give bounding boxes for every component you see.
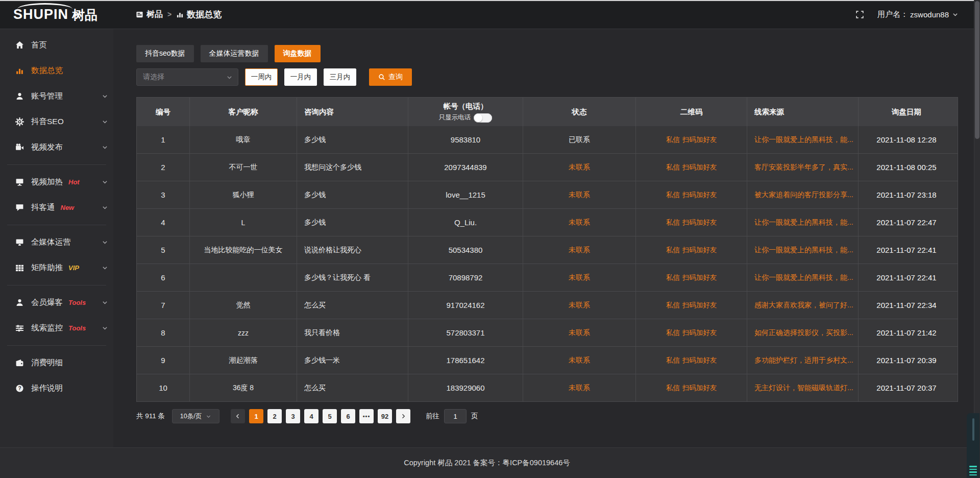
private-message-link[interactable]: 私信 [666, 218, 680, 227]
chevron-down-icon [206, 414, 211, 419]
home-icon [14, 41, 24, 50]
breadcrumb-current[interactable]: 数据总览 [176, 9, 222, 20]
chevron-down-icon [102, 179, 108, 185]
scan-add-friend-link[interactable]: 扫码加好友 [682, 135, 717, 145]
lead-source-link[interactable]: 客厅安装投影半年多了，真实... [754, 163, 853, 172]
lead-source-link[interactable]: 让你一眼就爱上的黑科技，能... [754, 273, 853, 282]
lead-source-link[interactable]: 如何正确选择投影仪，买投影... [754, 328, 853, 338]
cell-date: 2021-11-07 22:34 [859, 292, 954, 319]
private-message-link[interactable]: 私信 [666, 301, 680, 310]
scan-add-friend-link[interactable]: 扫码加好友 [682, 384, 717, 393]
username-label: 用户名： [877, 10, 908, 19]
chevron-down-icon [102, 118, 108, 125]
cell-nickname: 哦章 [190, 126, 297, 153]
cell-date: 2021-11-08 12:28 [859, 126, 954, 153]
tab-全媒体运营数据[interactable]: 全媒体运营数据 [201, 45, 268, 62]
scan-add-friend-link[interactable]: 扫码加好友 [682, 190, 717, 200]
sidebar-item-抖音SEO[interactable]: 抖音SEO [0, 109, 113, 134]
lead-source-link[interactable]: 被大家追着问的客厅投影分享... [754, 190, 853, 200]
sidebar-item-视频加热[interactable]: 视频加热Hot [0, 169, 113, 195]
date-range-group: 一周内一月内三月内 [245, 68, 356, 86]
sidebar-item-矩阵助推[interactable]: 矩阵助推VIP [0, 255, 113, 280]
scan-add-friend-link[interactable]: 扫码加好友 [682, 246, 717, 255]
scan-add-friend-link[interactable]: 扫码加好友 [682, 328, 717, 338]
scan-add-friend-link[interactable]: 扫码加好友 [682, 301, 717, 310]
cell-date: 2021-11-07 20:37 [859, 374, 954, 401]
private-message-link[interactable]: 私信 [666, 246, 680, 255]
scan-add-friend-link[interactable]: 扫码加好友 [682, 273, 717, 282]
account-select[interactable]: 请选择 [136, 68, 238, 86]
page-button-4[interactable]: 4 [304, 409, 318, 423]
sidebar-item-抖客通[interactable]: 抖客通New [0, 195, 113, 220]
lead-source-link[interactable]: 让你一眼就爱上的黑科技，能... [754, 135, 853, 145]
cell-status: 未联系 [523, 319, 636, 346]
page-button-2[interactable]: 2 [267, 409, 282, 423]
page-button-6[interactable]: 6 [341, 409, 355, 423]
chevron-down-icon [102, 239, 108, 246]
scan-add-friend-link[interactable]: 扫码加好友 [682, 163, 717, 172]
private-message-link[interactable]: 私信 [666, 384, 680, 393]
cell-account: 70898792 [408, 264, 523, 291]
search-button[interactable]: 查询 [369, 68, 412, 86]
range-button-三月内[interactable]: 三月内 [324, 68, 356, 86]
page-size-select[interactable]: 10条/页 [172, 409, 219, 423]
cell-status: 已联系 [523, 126, 636, 153]
lead-source-link[interactable]: 多功能护栏灯，适用于乡村文... [754, 356, 853, 365]
prev-page-button[interactable] [231, 409, 245, 423]
fullscreen-icon[interactable] [855, 10, 864, 19]
chevron-right-icon [400, 413, 406, 419]
page-button-3[interactable]: 3 [286, 409, 300, 423]
sidebar-item-操作说明[interactable]: ?操作说明 [0, 375, 113, 401]
private-message-link[interactable]: 私信 [666, 273, 680, 282]
logo-text-cn: 树品 [72, 9, 97, 21]
sidebar-item-label: 账号管理 [31, 91, 63, 102]
lead-source-link[interactable]: 让你一眼就爱上的黑科技，能... [754, 218, 853, 227]
table-body: 1哦章多少钱9583810已联系私信扫码加好友让你一眼就爱上的黑科技，能...2… [137, 126, 958, 402]
private-message-link[interactable]: 私信 [666, 328, 680, 338]
range-button-一月内[interactable]: 一月内 [284, 68, 317, 86]
col-header-date: 询盘日期 [859, 98, 954, 126]
page-button-1[interactable]: 1 [249, 409, 263, 423]
page-scrollbar[interactable] [974, 0, 980, 478]
table-row: 8zzz我只看价格572803371未联系私信扫码加好友如何正确选择投影仪，买投… [137, 319, 958, 347]
user-menu[interactable]: 用户名： zswodun88 [877, 10, 959, 19]
range-button-一周内[interactable]: 一周内 [245, 68, 278, 86]
scrollbar-thumb[interactable] [975, 1, 979, 139]
cell-account: 178651642 [408, 347, 523, 374]
private-message-link[interactable]: 私信 [666, 190, 680, 200]
next-page-button[interactable] [396, 409, 410, 423]
page-button-92[interactable]: 92 [378, 409, 392, 423]
chat-icon [14, 203, 24, 212]
col-header-qrcode: 二维码 [636, 98, 747, 126]
sidebar-item-会员爆客[interactable]: 会员爆客Tools [0, 290, 113, 315]
breadcrumb-root[interactable]: 树品 [136, 9, 163, 20]
sidebar-item-消费明细[interactable]: 消费明细 [0, 350, 113, 375]
user-icon [14, 92, 24, 101]
sidebar-item-线索监控[interactable]: 线索监控Tools [0, 315, 113, 341]
lead-source-link[interactable]: 让你一眼就爱上的黑科技，能... [754, 246, 853, 255]
lead-source-link[interactable]: 感谢大家喜欢我家，被问了好... [754, 301, 853, 310]
inquiry-table: 编号 客户昵称 咨询内容 帐号（电话） 只显示电话 状态 二维码 线索来源 询盘… [136, 97, 958, 402]
private-message-link[interactable]: 私信 [666, 135, 680, 145]
browser-extension-widget[interactable] [967, 413, 979, 478]
page-ellipsis[interactable]: ••• [359, 409, 374, 423]
phone-only-toggle[interactable] [474, 113, 492, 123]
goto-page-input[interactable] [444, 409, 467, 423]
lead-source-link[interactable]: 无主灯设计，智能磁吸轨道灯... [754, 384, 853, 393]
tab-询盘数据[interactable]: 询盘数据 [275, 45, 321, 62]
private-message-link[interactable]: 私信 [666, 356, 680, 365]
sidebar-item-label: 线索监控 [31, 323, 63, 333]
sidebar-item-首页[interactable]: 首页 [0, 32, 113, 58]
chevron-left-icon [235, 413, 241, 419]
tab-抖音seo数据[interactable]: 抖音seo数据 [136, 45, 194, 62]
sidebar-item-数据总览[interactable]: 数据总览 [0, 58, 113, 83]
sidebar-item-账号管理[interactable]: 账号管理 [0, 83, 113, 109]
search-icon [378, 74, 385, 81]
chevron-down-icon [102, 204, 108, 211]
sidebar-item-全媒体运营[interactable]: 全媒体运营 [0, 229, 113, 255]
private-message-link[interactable]: 私信 [666, 163, 680, 172]
sidebar-item-视频发布[interactable]: 视频发布 [0, 134, 113, 160]
scan-add-friend-link[interactable]: 扫码加好友 [682, 356, 717, 365]
page-button-5[interactable]: 5 [323, 409, 337, 423]
scan-add-friend-link[interactable]: 扫码加好友 [682, 218, 717, 227]
